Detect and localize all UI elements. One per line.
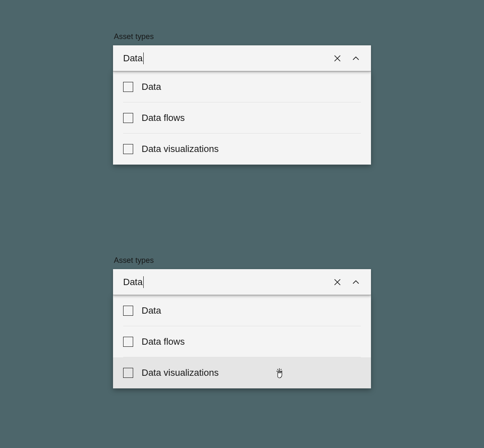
- field-icons: [332, 53, 361, 63]
- option-label: Data flows: [142, 336, 185, 347]
- filter-input-value: Data: [123, 53, 142, 64]
- clear-icon[interactable]: [332, 277, 342, 287]
- option-label: Data: [142, 305, 161, 316]
- panel-bottom: Asset types Data Data: [0, 224, 484, 448]
- chevron-up-icon[interactable]: [351, 53, 361, 63]
- option-label: Data visualizations: [142, 144, 218, 155]
- option-label: Data visualizations: [142, 367, 218, 378]
- option-item[interactable]: Data flows: [113, 326, 371, 357]
- filter-input[interactable]: Data: [123, 52, 332, 64]
- checkbox[interactable]: [123, 82, 133, 92]
- multiselect-dropdown: Asset types Data Data: [113, 256, 371, 448]
- multiselect-dropdown: Asset types Data Data: [113, 32, 371, 224]
- checkbox[interactable]: [123, 144, 133, 154]
- checkbox[interactable]: [123, 337, 133, 347]
- checkbox[interactable]: [123, 368, 133, 378]
- checkbox[interactable]: [123, 306, 133, 316]
- option-item[interactable]: Data flows: [113, 102, 371, 134]
- pointer-cursor-icon: [275, 367, 285, 378]
- panel-top: Asset types Data Data: [0, 0, 484, 224]
- option-label: Data flows: [142, 113, 185, 123]
- filter-field[interactable]: Data: [113, 45, 371, 71]
- options-menu: Data Data flows Data visualizations: [113, 295, 371, 388]
- option-item[interactable]: Data: [113, 295, 371, 326]
- text-caret: [143, 276, 144, 288]
- option-item[interactable]: Data: [113, 71, 371, 102]
- chevron-up-icon[interactable]: [351, 277, 361, 287]
- option-label: Data: [142, 81, 161, 92]
- field-icons: [332, 277, 361, 287]
- clear-icon[interactable]: [332, 53, 342, 63]
- filter-field[interactable]: Data: [113, 269, 371, 295]
- filter-input-value: Data: [123, 277, 142, 288]
- checkbox[interactable]: [123, 113, 133, 123]
- option-item[interactable]: Data visualizations: [113, 134, 371, 165]
- text-caret: [143, 52, 144, 64]
- options-menu: Data Data flows Data visualizations: [113, 71, 371, 165]
- filter-input[interactable]: Data: [123, 276, 332, 288]
- field-label: Asset types: [114, 32, 371, 41]
- option-item[interactable]: Data visualizations: [113, 357, 371, 388]
- field-label: Asset types: [114, 256, 371, 265]
